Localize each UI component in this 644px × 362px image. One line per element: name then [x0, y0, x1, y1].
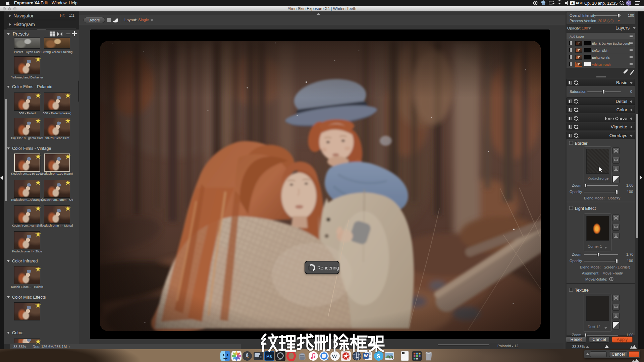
svg-text:CAMP: CAMP — [278, 359, 281, 361]
svg-text:A: A — [571, 1, 574, 5]
svg-text:W: W — [364, 354, 368, 358]
svg-text:S: S — [377, 353, 380, 360]
svg-text:ABC: ABC — [576, 1, 583, 5]
svg-text:Ps: Ps — [266, 354, 272, 359]
svg-text:W: W — [332, 353, 337, 359]
